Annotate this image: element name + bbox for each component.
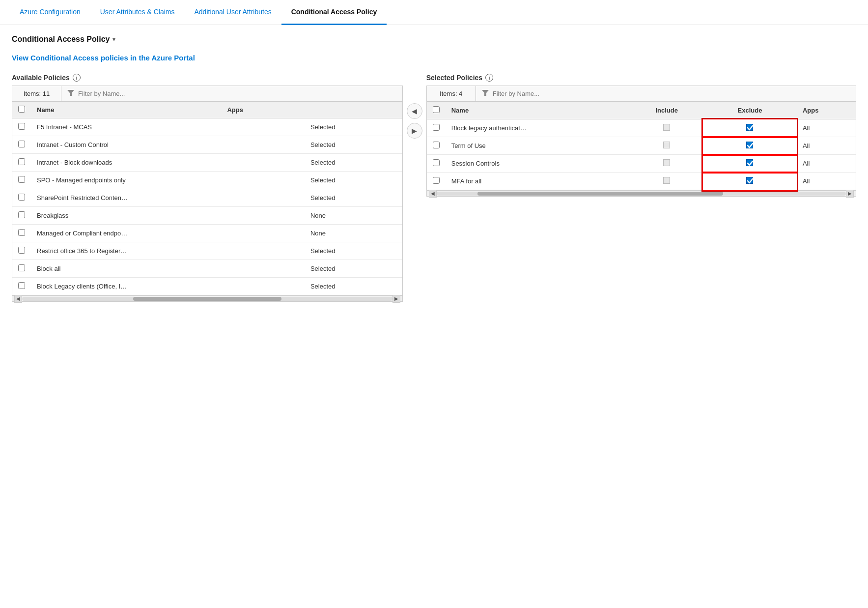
selected-scrollbar[interactable]: ◀ ▶ [427, 190, 856, 196]
selected-table-row: Session Controls All [427, 155, 856, 173]
include-checkbox[interactable] [663, 142, 670, 148]
available-panel-section: Available Policies i Items: 11 [12, 74, 403, 302]
svg-marker-0 [67, 90, 74, 96]
available-row-checkbox[interactable] [18, 176, 25, 183]
available-row-checkbox[interactable] [18, 247, 25, 254]
selected-row-include[interactable] [630, 173, 703, 190]
available-data-table: F5 Intranet - MCAS Selected Intranet - C… [12, 118, 402, 295]
available-select-all-checkbox[interactable] [18, 106, 25, 113]
exclude-checkbox[interactable] [746, 177, 753, 184]
selected-filter-area [476, 87, 856, 101]
selected-row-include[interactable] [630, 155, 703, 173]
selected-scroll-thumb [477, 192, 723, 196]
available-row-apps: Selected [305, 278, 402, 295]
available-row-checkbox[interactable] [18, 229, 25, 236]
include-checkbox[interactable] [663, 177, 670, 184]
exclude-checkbox[interactable] [746, 159, 753, 166]
exclude-checkbox[interactable] [746, 142, 753, 148]
transfer-left-button[interactable]: ◀ [407, 103, 422, 119]
selected-header-checkbox [427, 102, 446, 119]
selected-row-checkbox-cell [427, 155, 446, 173]
exclude-checkbox[interactable] [746, 124, 753, 131]
selected-row-include[interactable] [630, 119, 703, 137]
selected-row-exclude[interactable] [703, 119, 797, 137]
available-items-count: Items: 11 [12, 86, 61, 101]
selected-filter-input[interactable] [493, 90, 850, 97]
available-tbody: F5 Intranet - MCAS Selected Intranet - C… [12, 118, 402, 295]
available-row-checkbox-cell [12, 154, 31, 172]
selected-row-exclude[interactable] [703, 173, 797, 190]
tab-azure-config[interactable]: Azure Configuration [10, 0, 90, 25]
selected-row-exclude[interactable] [703, 137, 797, 155]
available-row-checkbox[interactable] [18, 158, 25, 165]
available-table-row: Managed or Compliant endpo… None [12, 225, 402, 242]
available-panel: Items: 11 [12, 86, 403, 302]
section-dropdown-arrow[interactable]: ▾ [112, 36, 115, 43]
available-row-checkbox[interactable] [18, 194, 25, 201]
available-row-name: SPO - Managed endpoints only [31, 172, 305, 189]
selected-row-checkbox[interactable] [433, 177, 440, 184]
selected-info-icon[interactable]: i [485, 74, 493, 82]
selected-row-apps: All [797, 137, 856, 155]
available-row-checkbox[interactable] [18, 211, 25, 218]
available-scroll-thumb [133, 297, 281, 301]
available-scrollbar[interactable]: ◀ ▶ [12, 295, 402, 301]
available-row-apps: None [305, 207, 402, 225]
selected-scroll-right[interactable]: ▶ [846, 190, 854, 198]
selected-scroll-track[interactable] [437, 192, 846, 196]
available-row-checkbox[interactable] [18, 264, 25, 271]
tab-conditional-access[interactable]: Conditional Access Policy [281, 0, 387, 25]
selected-panel-section: Selected Policies i Items: 4 [426, 74, 856, 197]
available-filter-input[interactable] [78, 90, 396, 97]
tab-additional-user[interactable]: Additional User Attributes [184, 0, 281, 25]
selected-row-checkbox[interactable] [433, 124, 440, 131]
available-row-checkbox[interactable] [18, 123, 25, 130]
include-checkbox[interactable] [663, 159, 670, 166]
transfer-right-button[interactable]: ▶ [407, 123, 422, 139]
section-header: Conditional Access Policy ▾ [12, 35, 856, 44]
available-table-container: Name Apps F5 Intranet - MCAS Selected In… [12, 102, 402, 295]
available-row-checkbox[interactable] [18, 141, 25, 147]
selected-row-include[interactable] [630, 137, 703, 155]
selected-table-container: Name Include Exclude Apps Block legacy a… [427, 102, 856, 190]
available-table-row: Breakglass None [12, 207, 402, 225]
available-policies-title: Available Policies [12, 74, 70, 82]
available-panel-label: Available Policies i [12, 74, 403, 82]
selected-row-checkbox[interactable] [433, 159, 440, 166]
available-row-name: Managed or Compliant endpo… [31, 225, 305, 242]
available-table-row: Restrict office 365 to Register… Selecte… [12, 242, 402, 260]
available-row-checkbox-cell [12, 189, 31, 207]
available-table-row: SharePoint Restricted Conten… Selected [12, 189, 402, 207]
available-filter-icon [67, 89, 74, 98]
available-scroll-left[interactable]: ◀ [14, 295, 22, 303]
include-checkbox[interactable] [663, 124, 670, 131]
available-scroll-right[interactable]: ▶ [392, 295, 400, 303]
selected-table-row: Block legacy authenticat… All [427, 119, 856, 137]
available-col-apps: Apps [221, 102, 402, 118]
available-row-checkbox[interactable] [18, 282, 25, 289]
selected-row-checkbox[interactable] [433, 142, 440, 148]
selected-row-exclude[interactable] [703, 155, 797, 173]
available-row-checkbox-cell [12, 136, 31, 154]
azure-portal-link[interactable]: View Conditional Access policies in the … [12, 54, 195, 62]
selected-col-include: Include [630, 102, 703, 119]
tab-user-attributes[interactable]: User Attributes & Claims [90, 0, 185, 25]
selected-scroll-left[interactable]: ◀ [429, 190, 437, 198]
available-row-checkbox-cell [12, 260, 31, 278]
transfer-buttons: ◀ ▶ [403, 74, 426, 139]
selected-items-count: Items: 4 [427, 86, 476, 101]
available-table: Name Apps [12, 102, 402, 118]
available-table-row: SPO - Managed endpoints only Selected [12, 172, 402, 189]
available-row-checkbox-cell [12, 225, 31, 242]
available-row-apps: Selected [305, 172, 402, 189]
available-row-checkbox-cell [12, 118, 31, 136]
available-info-icon[interactable]: i [73, 74, 81, 82]
available-row-name: F5 Intranet - MCAS [31, 118, 305, 136]
svg-marker-1 [482, 90, 489, 96]
available-row-name: Breakglass [31, 207, 305, 225]
selected-table-row: Term of Use All [427, 137, 856, 155]
available-table-body: F5 Intranet - MCAS Selected Intranet - C… [12, 118, 402, 295]
page-content: Conditional Access Policy ▾ View Conditi… [0, 25, 868, 312]
selected-select-all-checkbox[interactable] [433, 106, 440, 113]
available-scroll-track[interactable] [22, 297, 392, 301]
